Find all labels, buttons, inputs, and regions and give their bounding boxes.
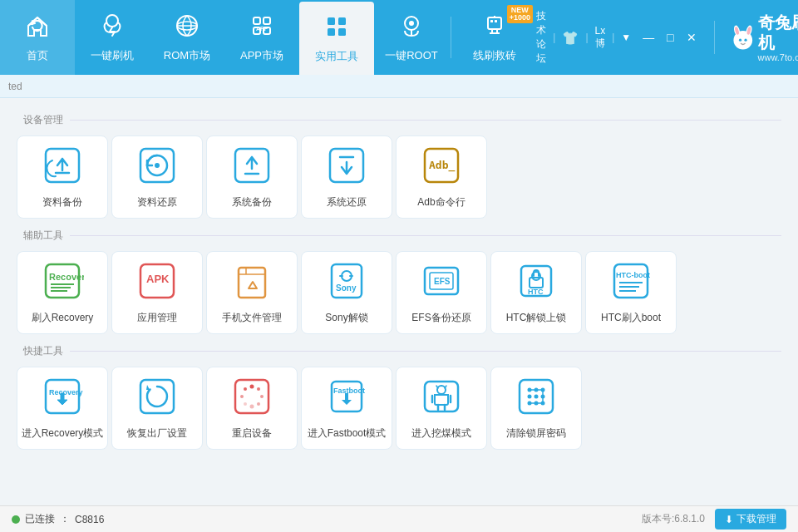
svg-rect-9: [338, 17, 346, 25]
svg-text:Recovery: Recovery: [49, 272, 84, 282]
main-content: 设备管理 资料备份: [0, 98, 798, 505]
htc-boot-icon: HTC-boot: [606, 256, 656, 306]
svg-point-0: [106, 15, 118, 27]
status-right: 版本号:6.8.1.0 ⬇ 下载管理: [642, 509, 786, 530]
header-links: 技术论坛 | 👕 | Lx博 | ▼: [536, 9, 631, 66]
tool-htc[interactable]: HTC HTC解锁上锁: [490, 251, 582, 334]
tool-sys-backup[interactable]: 系统备份: [206, 135, 298, 219]
tool-label-app-manage: 应用管理: [137, 311, 177, 325]
nav-label-home: 首页: [27, 48, 48, 63]
adb-icon: Adb_: [416, 140, 466, 190]
nav-item-tools[interactable]: 实用工具: [299, 2, 374, 75]
nav-item-rom[interactable]: ROM市场: [150, 0, 224, 75]
brand-area: 奇兔刷机 www.7to.cn: [728, 12, 798, 62]
tool-label-fastboot: 进入Fastboot模式: [308, 426, 387, 441]
version-label: 版本号:6.8.1.0: [642, 512, 705, 526]
tool-clear-lock[interactable]: 清除锁屏密码: [490, 367, 582, 450]
svg-text:Sony: Sony: [336, 283, 357, 293]
sep1: |: [553, 32, 555, 43]
device-id: C8816: [75, 514, 104, 525]
sep2: |: [585, 32, 588, 43]
close-button[interactable]: ✕: [682, 28, 701, 47]
forum-link[interactable]: 技术论坛: [536, 9, 546, 66]
topbar: ted: [0, 75, 798, 98]
nav-label-rom: ROM市场: [164, 48, 210, 63]
nav-label-wire: 线刷救砖: [473, 48, 516, 63]
tool-app-manage[interactable]: APK 应用管理: [111, 251, 203, 334]
brand-name: 奇兔刷机: [758, 12, 798, 52]
maximize-button[interactable]: □: [661, 28, 679, 47]
tool-htc-boot[interactable]: HTC-boot HTC刷入boot: [585, 251, 677, 334]
svg-text:APP: APP: [256, 26, 268, 32]
root-icon: [398, 12, 425, 45]
nav-item-home[interactable]: 首页: [0, 0, 75, 75]
nav-item-root[interactable]: 一键ROOT: [374, 0, 449, 75]
svg-rect-15: [488, 17, 501, 29]
svg-point-67: [257, 402, 260, 406]
tool-factory-reset[interactable]: 恢复出厂设置: [111, 367, 203, 450]
nav-bar: 首页 一键刷机: [0, 0, 536, 75]
svg-line-76: [436, 386, 438, 388]
tool-label-recovery: 刷入Recovery: [32, 311, 94, 325]
tool-enter-recovery[interactable]: Recovery 进入Recovery模式: [17, 367, 108, 450]
quick-tools-grid: Recovery 进入Recovery模式 恢复出厂设置: [17, 367, 781, 450]
svg-point-69: [244, 402, 247, 406]
backup-icon: [37, 140, 87, 190]
shirt-icon[interactable]: 👕: [562, 30, 579, 46]
svg-point-13: [409, 21, 414, 26]
tool-reboot[interactable]: 重启设备: [206, 367, 298, 450]
tool-label-file: 手机文件管理: [222, 311, 282, 325]
home-icon: [24, 12, 51, 45]
svg-point-86: [528, 395, 532, 399]
tool-data-restore[interactable]: 资料还原: [111, 135, 203, 219]
device-name: ：: [60, 512, 70, 526]
tool-label-sony: Sony解锁: [325, 311, 367, 325]
tool-adb[interactable]: Adb_ Adb命令行: [396, 135, 487, 219]
section-title-device: 设备管理: [17, 113, 781, 127]
svg-point-68: [250, 405, 254, 409]
svg-rect-53: [530, 278, 543, 288]
svg-point-70: [240, 395, 244, 398]
tool-label-mining: 进入挖煤模式: [411, 426, 471, 441]
nav-label-tools: 实用工具: [315, 49, 358, 64]
new-badge: NEW +1000: [507, 5, 533, 23]
enter-recovery-icon: Recovery: [37, 372, 87, 421]
tool-file-manage[interactable]: 手机文件管理: [206, 251, 298, 334]
svg-point-75: [437, 386, 446, 394]
nav-label-root: 一键ROOT: [385, 48, 438, 63]
download-manage-button[interactable]: ⬇ 下载管理: [715, 509, 786, 530]
svg-point-32: [155, 163, 160, 168]
nav-item-flash[interactable]: 一键刷机: [75, 0, 150, 75]
tool-data-backup[interactable]: 资料备份: [17, 135, 108, 219]
tool-sys-restore[interactable]: 系统还原: [301, 135, 392, 219]
status-left: 已连接 ： C8816: [12, 512, 104, 526]
connected-label: 已连接: [25, 512, 55, 526]
tool-efs[interactable]: EFS EFS备份还原: [396, 251, 487, 334]
svg-point-27: [739, 39, 741, 42]
minimize-button[interactable]: —: [639, 28, 658, 47]
header-right: 技术论坛 | 👕 | Lx博 | ▼ — □ ✕: [536, 9, 798, 66]
nav-label-app: APP市场: [240, 48, 283, 63]
chevron-down-icon[interactable]: ▼: [621, 32, 631, 43]
statusbar: 已连接 ： C8816 版本号:6.8.1.0 ⬇ 下载管理: [0, 505, 798, 532]
nav-item-app[interactable]: APP APP市场: [224, 0, 299, 75]
nav-item-wire[interactable]: NEW +1000 线刷救砖: [453, 0, 536, 75]
file-icon: [227, 256, 277, 306]
tool-recovery[interactable]: Recovery 刷入Recovery: [17, 251, 108, 334]
svg-point-66: [260, 395, 264, 398]
tool-label-htc-boot: HTC刷入boot: [601, 311, 661, 325]
device-tools-grid: 资料备份 资料还原: [17, 135, 781, 219]
svg-text:HTC: HTC: [528, 288, 544, 296]
svg-text:APK: APK: [146, 273, 170, 285]
brand-logo: [728, 19, 758, 56]
lxbo-link[interactable]: Lx博: [595, 25, 606, 51]
tool-label-clear-lock: 清除锁屏密码: [506, 426, 566, 441]
tool-fastboot[interactable]: Fastboot 进入Fastboot模式: [301, 367, 392, 450]
tool-label-sys-restore: 系统还原: [327, 195, 367, 209]
tool-sony[interactable]: Sony Sony解锁: [301, 251, 392, 334]
tool-mining[interactable]: 进入挖煤模式: [396, 367, 487, 450]
svg-line-77: [445, 386, 446, 388]
download-icon: ⬇: [725, 514, 733, 525]
sys-backup-icon: [227, 140, 277, 190]
svg-point-28: [744, 39, 746, 42]
